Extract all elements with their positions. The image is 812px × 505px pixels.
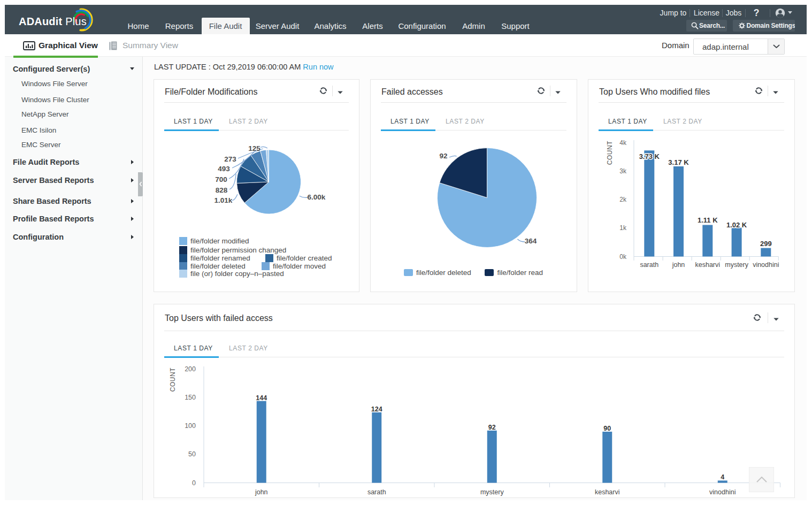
- svg-text:COUNT: COUNT: [170, 368, 177, 392]
- svg-text:0: 0: [192, 479, 196, 487]
- svg-text:364: 364: [525, 237, 537, 245]
- svg-text:sarath: sarath: [640, 261, 658, 269]
- svg-text:vinodhini: vinodhini: [753, 261, 779, 269]
- svg-text:4k: 4k: [619, 139, 627, 147]
- svg-text:100: 100: [185, 422, 196, 430]
- svg-text:1.11 K: 1.11 K: [698, 216, 718, 224]
- svg-text:vinodhini: vinodhini: [709, 488, 736, 496]
- svg-text:4: 4: [721, 473, 724, 481]
- svg-text:1k: 1k: [619, 224, 627, 232]
- svg-text:2k: 2k: [619, 196, 627, 203]
- svg-text:124: 124: [371, 405, 382, 413]
- svg-text:3.17 K: 3.17 K: [668, 158, 689, 166]
- svg-text:125: 125: [248, 144, 261, 152]
- svg-text:700: 700: [215, 175, 227, 183]
- svg-text:sarath: sarath: [367, 488, 386, 496]
- svg-text:john: john: [255, 488, 268, 496]
- svg-text:1.01k: 1.01k: [215, 196, 233, 204]
- svg-text:200: 200: [185, 365, 196, 373]
- svg-text:mystery: mystery: [725, 261, 749, 269]
- svg-text:828: 828: [216, 186, 228, 194]
- svg-text:mystery: mystery: [480, 488, 504, 496]
- svg-text:COUNT: COUNT: [606, 141, 614, 165]
- svg-text:90: 90: [603, 425, 611, 432]
- svg-text:493: 493: [218, 165, 230, 173]
- svg-text:144: 144: [256, 394, 267, 402]
- svg-text:3.73 K: 3.73 K: [639, 152, 660, 160]
- svg-text:273: 273: [224, 155, 236, 163]
- svg-text:kesharvi: kesharvi: [595, 488, 620, 496]
- svg-text:kesharvi: kesharvi: [695, 261, 721, 269]
- svg-text:john: john: [672, 261, 685, 269]
- svg-text:92: 92: [439, 152, 447, 160]
- svg-text:299: 299: [760, 240, 772, 248]
- svg-text:1.02 K: 1.02 K: [726, 221, 747, 229]
- svg-text:50: 50: [188, 450, 196, 458]
- svg-text:0k: 0k: [619, 253, 627, 261]
- svg-text:3k: 3k: [619, 167, 627, 175]
- svg-text:92: 92: [488, 424, 496, 431]
- svg-text:150: 150: [185, 394, 196, 401]
- svg-text:6.00k: 6.00k: [308, 193, 326, 201]
